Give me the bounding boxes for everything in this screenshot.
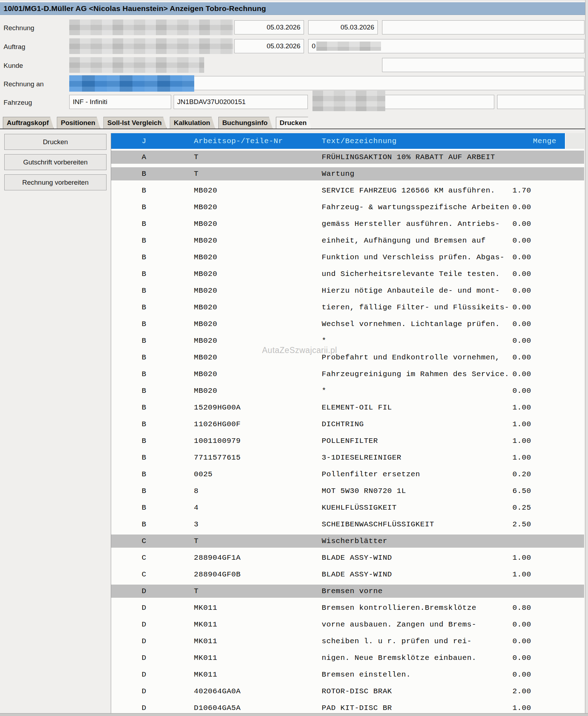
cell-j: B	[142, 320, 147, 328]
rechnung-vorbereiten-button[interactable]: Rechnung vorbereiten	[4, 174, 107, 190]
table-row[interactable]: B MB020 Fahrzeug- & wartungsspezifische …	[111, 199, 584, 216]
table-section-row[interactable]: B T Wartung	[111, 166, 584, 182]
label-rechnung: Rechnung	[4, 24, 34, 32]
drucken-button[interactable]: Drucken	[4, 134, 107, 150]
table-row[interactable]: B 4 KUEHLFLÜSSIGKEIT 0.25	[111, 499, 584, 516]
table-row[interactable]: B 0025 Pollenfilter ersetzen 0.20	[111, 466, 584, 483]
table-row[interactable]: B MB020 SERVICE FAHRZEUG 126566 KM ausfü…	[111, 182, 584, 199]
cell-menge: 1.00	[511, 403, 531, 412]
cell-partnr: D10604GA5A	[194, 704, 322, 712]
tab-buchungsinfo[interactable]: Buchungsinfo	[218, 117, 273, 129]
tab-kalkulation[interactable]: Kalkulation	[170, 117, 215, 129]
cell-j: B	[142, 353, 147, 362]
cell-text: MOT 5W30 RN0720 1L	[322, 487, 511, 495]
cell-j: D	[142, 620, 147, 629]
cell-text: Bremsen einstellen.	[322, 671, 511, 679]
table-section-row[interactable]: C T Wischerblätter	[111, 533, 584, 549]
tab-bar: Auftragskopf Positionen Soll-Ist Verglei…	[3, 117, 312, 129]
tab-drucken[interactable]: Drucken	[276, 117, 312, 129]
cell-menge: 0.00	[511, 353, 531, 362]
table-row[interactable]: C 288904GF0B BLADE ASSY-WIND 1.00	[111, 566, 584, 583]
auftrag-date-field[interactable]: 05.03.2026	[234, 39, 304, 53]
vehicle-vin-field[interactable]: JN1BDAV37U0200151	[174, 95, 308, 109]
cell-j: B	[142, 303, 147, 311]
cell-j: C	[142, 554, 147, 562]
cell-menge: 0.00	[511, 270, 531, 278]
tab-positionen[interactable]: Positionen	[57, 117, 100, 129]
cell-text: PAD KIT-DISC BR	[322, 704, 511, 712]
tab-soll-ist-vergleich[interactable]: Soll-Ist Vergleich	[103, 117, 167, 129]
table-row[interactable]: B MB020 Hierzu nötige Anbauteile de- und…	[111, 282, 584, 299]
column-header-nr: Arbeitsop-/Teile-Nr	[194, 137, 322, 145]
auftrag-text-prefix: 0	[312, 42, 316, 50]
vehicle-extra-field-2[interactable]	[497, 95, 584, 109]
table-row[interactable]: B MB020 * 0.00	[111, 332, 584, 349]
table-row[interactable]: B MB020 gemäss Hersteller ausführen. Ant…	[111, 216, 584, 232]
table-row[interactable]: D MK011 Bremsen kontrollieren.Bremsklötz…	[111, 600, 584, 616]
cell-menge: 0.00	[511, 370, 531, 378]
table-row[interactable]: B MB020 und Sicherheitsrelevante Teile t…	[111, 266, 584, 282]
rechnung-extra-field[interactable]	[382, 20, 584, 34]
cell-text: KUEHLFLÜSSIGKEIT	[322, 504, 511, 512]
table-row[interactable]: D MK011 scheiben l. u r. prüfen und rei-…	[111, 633, 584, 650]
table-row[interactable]: B MB020 * 0.00	[111, 383, 584, 399]
positions-table: J Arbeitsop-/Teile-Nr Text/Bezeichnung M…	[111, 133, 584, 716]
window-titlebar: 10/01/MG1-D.Müller AG <Nicolas Hauenstei…	[0, 2, 588, 15]
cell-j: D	[142, 587, 147, 595]
tab-label: Positionen	[61, 119, 95, 127]
redacted-auftrag-text	[316, 42, 381, 51]
table-row[interactable]: B MB020 einheit, Aufhängung und Bremsen …	[111, 232, 584, 249]
table-row[interactable]: D MK011 vorne ausbauen. Zangen und Brems…	[111, 616, 584, 633]
cell-text: einheit, Aufhängung und Bremsen auf	[322, 237, 511, 245]
cell-partnr: MK011	[194, 671, 322, 679]
cell-menge: 0.00	[511, 637, 531, 645]
table-row[interactable]: B 1001100979 POLLENFILTER 1.00	[111, 433, 584, 449]
cell-j: B	[142, 220, 147, 228]
cell-menge: 0.00	[511, 320, 531, 328]
cell-menge: 0.00	[511, 303, 531, 311]
cell-menge: 0.00	[511, 220, 531, 228]
table-row[interactable]: B 3 SCHEIBENWASCHFLÜSSIGKEIT 2.50	[111, 516, 584, 533]
table-row[interactable]: C 288904GF1A BLADE ASSY-WIND 1.00	[111, 549, 584, 566]
rechnung-date-field-2[interactable]: 05.03.2026	[308, 20, 378, 34]
table-row[interactable]: B 7711577615 3-1DIESELREINIGER 1.00	[111, 449, 584, 466]
table-row[interactable]: B MB020 Wechsel vornehmen. Lichtanlage p…	[111, 316, 584, 332]
table-section-row[interactable]: A T FRÜHLINGSAKTION 10% RABATT AUF ARBEI…	[111, 149, 584, 166]
cell-j: D	[142, 654, 147, 662]
table-row[interactable]: B MB020 tieren, fällige Filter- und Flüs…	[111, 299, 584, 316]
table-row[interactable]: B 8 MOT 5W30 RN0720 1L 6.50	[111, 483, 584, 499]
cell-j: B	[142, 403, 147, 412]
auftrag-text-field[interactable]: 0	[308, 39, 584, 53]
redacted-rechnung-an-selected	[69, 75, 194, 92]
cell-partnr: MB020	[194, 220, 322, 228]
table-section-row[interactable]: D T Bremsen vorne	[111, 583, 584, 600]
gutschrift-vorbereiten-button[interactable]: Gutschrift vorbereiten	[4, 154, 107, 170]
cell-partnr: 0025	[194, 470, 322, 478]
rechnung-date-field-1[interactable]: 05.03.2026	[234, 20, 304, 34]
table-row[interactable]: B 15209HG00A ELEMENT-OIL FIL 1.00	[111, 399, 584, 416]
tab-auftragskopf[interactable]: Auftragskopf	[3, 117, 54, 129]
label-rechnung-an: Rechnung an	[4, 80, 44, 88]
cell-partnr: MB020	[194, 287, 322, 295]
vehicle-make-field[interactable]: INF - Infiniti	[69, 95, 171, 109]
cell-partnr: MB020	[194, 337, 322, 345]
table-row[interactable]: B MB020 Funktion und Verschleiss prüfen.…	[111, 249, 584, 266]
cell-j: B	[142, 186, 147, 195]
table-row[interactable]: D 402064GA0A ROTOR-DISC BRAK 2.00	[111, 683, 584, 700]
table-row[interactable]: D MK011 Bremsen einstellen. 0.00	[111, 666, 584, 683]
cell-text: Funktion und Verschleiss prüfen. Abgas-	[322, 253, 511, 261]
cell-j: B	[142, 520, 147, 528]
table-row[interactable]: B MB020 Fahrzeugreinigung im Rahmen des …	[111, 366, 584, 383]
kunde-extra-field[interactable]	[382, 58, 584, 72]
cell-text: DICHTRING	[322, 420, 511, 428]
cell-text: FRÜHLINGSAKTION 10% RABATT AUF ARBEIT	[322, 153, 511, 161]
cell-partnr: MK011	[194, 604, 322, 612]
cell-text: *	[322, 337, 511, 345]
table-row[interactable]: D MK011 nigen. Neue Bremsklötze einbauen…	[111, 650, 584, 666]
table-row[interactable]: B MB020 Probefahrt und Endkontrolle vorn…	[111, 349, 584, 366]
cell-partnr: 4	[194, 504, 322, 512]
cell-partnr: 7711577615	[194, 454, 322, 462]
cell-j: C	[142, 537, 147, 545]
tab-underline-highlight	[0, 129, 588, 130]
table-row[interactable]: B 11026HG00F DICHTRING 1.00	[111, 416, 584, 433]
